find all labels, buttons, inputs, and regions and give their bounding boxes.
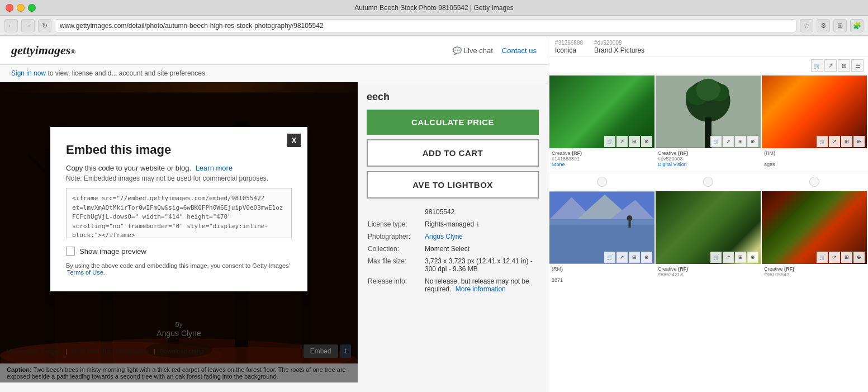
license-type-value: Rights-managed ℹ bbox=[425, 219, 538, 230]
url-domain: www.gettyimages.com bbox=[60, 22, 126, 30]
grid-item-bar-1: 🛒 ↗ ⊞ ⊕ bbox=[549, 135, 654, 148]
share-icon-3[interactable]: ↗ bbox=[829, 136, 840, 147]
svg-point-22 bbox=[696, 79, 720, 101]
modal-terms: By using the above code and embedding th… bbox=[66, 262, 292, 276]
preview-checkbox[interactable] bbox=[66, 247, 75, 256]
max-size-value: 3,723 x 3,723 px (12.41 x 12.41 in) - 30… bbox=[425, 256, 538, 275]
back-button[interactable]: ← bbox=[4, 19, 18, 32]
modal-description: Copy this code to your website or blog. … bbox=[66, 164, 292, 172]
radio-btn-1[interactable] bbox=[597, 177, 607, 187]
cart-icon-3[interactable]: 🛒 bbox=[817, 136, 828, 147]
zoom-icon-2[interactable]: ⊕ bbox=[747, 136, 758, 147]
minimize-window-button[interactable] bbox=[17, 4, 25, 12]
terms-text: By using the above code and embedding th… bbox=[66, 262, 290, 269]
list-view-icon[interactable]: ☰ bbox=[851, 59, 864, 72]
zoom-icon-5[interactable]: ⊕ bbox=[747, 252, 758, 263]
logo-mark: ® bbox=[70, 48, 75, 56]
sign-in-suffix: to view, license and d bbox=[48, 69, 111, 77]
collection-value: Moment Select bbox=[425, 243, 538, 254]
live-chat-link[interactable]: 💬 Live chat bbox=[453, 46, 493, 55]
grid-item-bar-5: 🛒 ↗ ⊞ ⊕ bbox=[656, 251, 761, 264]
grid-icon-2[interactable]: ⊞ bbox=[735, 136, 746, 147]
collection-iconica: #31266888 Iconica bbox=[555, 39, 583, 54]
close-window-button[interactable] bbox=[6, 4, 13, 12]
grid-view-icon[interactable]: ⊞ bbox=[838, 59, 850, 72]
collection-row: Collection: Moment Select bbox=[368, 243, 538, 254]
extensions-button[interactable]: 🧩 bbox=[850, 19, 864, 32]
modal-close-button[interactable]: X bbox=[287, 134, 301, 147]
grid-item-autumn-red[interactable]: 🛒 ↗ ⊞ ⊕ bbox=[762, 191, 867, 264]
more-info-link[interactable]: More information bbox=[456, 285, 506, 293]
zoom-icon-1[interactable]: ⊕ bbox=[641, 136, 652, 147]
cart-icon-1[interactable]: 🛒 bbox=[604, 136, 615, 147]
photo-id-row: 98105542 bbox=[368, 206, 538, 218]
grid-icon-4[interactable]: ⊞ bbox=[629, 252, 640, 263]
radio-btn-3[interactable] bbox=[809, 177, 819, 187]
embed-code-textarea[interactable]: <iframe src="//embed.gettyimages.com/emb… bbox=[66, 188, 292, 238]
grid-info-row-1: Creative (RF) #141883301 Stone Creative … bbox=[548, 149, 868, 173]
brandx-label: Brand X Pictures bbox=[594, 46, 644, 54]
modal-overlay: X Embed this image Copy this code to you… bbox=[0, 82, 358, 382]
share-icon[interactable]: ↗ bbox=[824, 59, 837, 72]
preview-label[interactable]: Show image preview bbox=[79, 247, 146, 256]
maximize-window-button[interactable] bbox=[28, 4, 36, 12]
grid-icon-3[interactable]: ⊞ bbox=[841, 136, 852, 147]
main-image-container: By Angus Clyne View similar images | Mor… bbox=[0, 82, 358, 382]
learn-more-link[interactable]: Learn more bbox=[196, 164, 233, 172]
url-path: /detail/photo/autumn-beech-high-res-stoc… bbox=[126, 22, 323, 30]
grid-info-row-2: (RM) 2871 Creative (RF) #88624213 Creati… bbox=[548, 265, 868, 289]
address-bar[interactable]: www.gettyimages.com/detail/photo/autumn-… bbox=[55, 19, 796, 32]
zoom-icon-4[interactable]: ⊕ bbox=[641, 252, 652, 263]
grid-item-tree-head[interactable]: 🛒 ↗ ⊞ ⊕ bbox=[656, 75, 761, 148]
sign-in-link[interactable]: Sign in now bbox=[11, 69, 46, 77]
radio-item-3 bbox=[762, 174, 867, 189]
photographer-link[interactable]: Angus Clyne bbox=[425, 233, 463, 240]
share-icon-6[interactable]: ↗ bbox=[829, 252, 840, 263]
browser-chrome: Autumn Beech Stock Photo 98105542 | Gett… bbox=[0, 0, 868, 36]
modal-note: Note: Embedded images may not be used fo… bbox=[66, 174, 292, 182]
sign-in-bar: Sign in now to view, license and d... ac… bbox=[0, 65, 548, 82]
share-icon-4[interactable]: ↗ bbox=[616, 252, 628, 263]
grid-view-button[interactable]: ⊞ bbox=[833, 19, 847, 32]
radio-btn-2[interactable] bbox=[703, 177, 713, 187]
account-text: account and site preferences. bbox=[119, 69, 207, 77]
image-grid-row2: 🛒 ↗ ⊞ ⊕ 🛒 ↗ ⊞ ⊕ 🛒 bbox=[548, 190, 868, 265]
share-icon-5[interactable]: ↗ bbox=[723, 252, 734, 263]
grid-item-leaf[interactable]: 🛒 ↗ ⊞ ⊕ bbox=[549, 75, 654, 148]
grid-icon-6[interactable]: ⊞ bbox=[841, 252, 852, 263]
grid-item-misty-forest[interactable]: 🛒 ↗ ⊞ ⊕ bbox=[656, 191, 761, 264]
svg-rect-31 bbox=[628, 221, 630, 228]
settings-button[interactable]: ⚙ bbox=[817, 19, 830, 32]
calculate-price-button[interactable]: CALCULATE PRICE bbox=[367, 110, 539, 135]
contact-link[interactable]: Contact us bbox=[502, 46, 537, 55]
getty-logo: gettyimages® bbox=[11, 43, 75, 58]
cart-icon-6[interactable]: 🛒 bbox=[817, 252, 828, 263]
share-icon-1[interactable]: ↗ bbox=[616, 136, 628, 147]
getty-header: gettyimages® 💬 Live chat Contact us bbox=[0, 36, 548, 65]
radio-item-2 bbox=[656, 174, 761, 189]
terms-link[interactable]: Terms of Use. bbox=[67, 269, 105, 276]
modal-desc-text: Copy this code to your website or blog. bbox=[66, 164, 191, 172]
cart-icon-5[interactable]: 🛒 bbox=[710, 252, 722, 263]
grid-item-lake[interactable]: 🛒 ↗ ⊞ ⊕ bbox=[549, 191, 654, 264]
grid-item-sunset[interactable]: 🛒 ↗ ⊞ ⊕ bbox=[762, 75, 867, 148]
cart-icon-2[interactable]: 🛒 bbox=[710, 136, 722, 147]
save-to-lightbox-button[interactable]: AVE TO LIGHTBOX bbox=[367, 171, 539, 199]
refresh-button[interactable]: ↻ bbox=[38, 19, 51, 32]
zoom-icon-3[interactable]: ⊕ bbox=[853, 136, 865, 147]
add-to-lightbox-icon[interactable]: 🛒 bbox=[811, 59, 823, 72]
forward-button[interactable]: → bbox=[21, 19, 35, 32]
browser-toolbar: ← → ↻ www.gettyimages.com/detail/photo/a… bbox=[0, 16, 868, 36]
zoom-icon-6[interactable]: ⊕ bbox=[853, 252, 865, 263]
info-cell-6: Creative (RF) #98105542 bbox=[762, 265, 867, 284]
add-to-cart-button[interactable]: ADD TO CART bbox=[367, 139, 539, 167]
star-button[interactable]: ☆ bbox=[800, 19, 813, 32]
photo-id: 98105542 bbox=[425, 206, 538, 218]
image-info-table: 98105542 License type: Rights-managed ℹ … bbox=[367, 205, 539, 296]
cart-icon-4[interactable]: 🛒 bbox=[604, 252, 615, 263]
grid-icon-1[interactable]: ⊞ bbox=[629, 136, 640, 147]
share-icon-2[interactable]: ↗ bbox=[723, 136, 734, 147]
grid-item-bar-4: 🛒 ↗ ⊞ ⊕ bbox=[549, 251, 654, 264]
grid-icon-5[interactable]: ⊞ bbox=[735, 252, 746, 263]
getty-panel: gettyimages® 💬 Live chat Contact us Sign… bbox=[0, 36, 548, 392]
